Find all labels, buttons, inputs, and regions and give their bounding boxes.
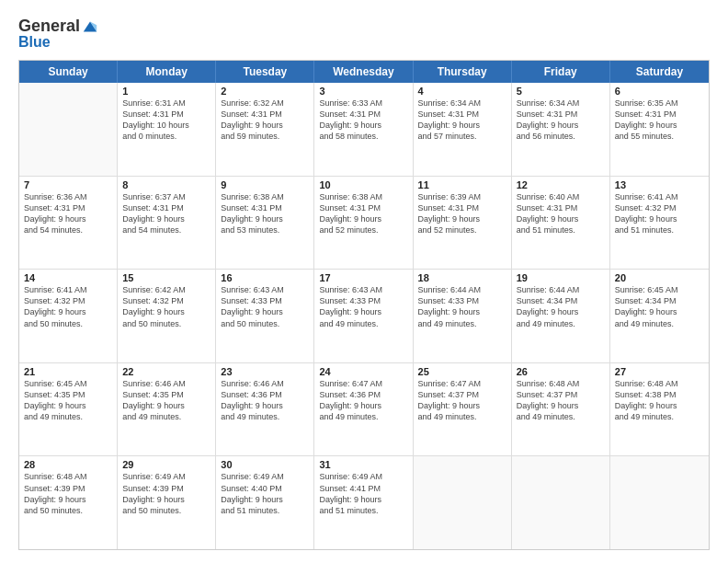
cell-line: Daylight: 9 hours: [122, 306, 210, 317]
cell-line: Sunrise: 6:39 AM: [418, 191, 506, 202]
day-number: 29: [122, 459, 210, 470]
cell-line: Sunset: 4:31 PM: [122, 109, 210, 120]
cell-line: Sunset: 4:34 PM: [615, 295, 704, 306]
day-number: 13: [615, 179, 704, 190]
cell-line: Daylight: 9 hours: [418, 213, 506, 224]
cell-line: Sunrise: 6:45 AM: [24, 378, 112, 389]
cell-line: Daylight: 9 hours: [221, 494, 309, 505]
cell-line: Sunrise: 6:45 AM: [615, 284, 704, 295]
cell-line: and 54 minutes.: [24, 224, 112, 236]
day-number: 21: [24, 366, 112, 377]
cell-line: and 49 minutes.: [122, 411, 210, 422]
calendar-cell-0-1: 1Sunrise: 6:31 AMSunset: 4:31 PMDaylight…: [118, 83, 216, 176]
cell-line: Sunrise: 6:49 AM: [221, 471, 309, 482]
cell-line: and 49 minutes.: [418, 411, 506, 422]
calendar-cell-2-0: 14Sunrise: 6:41 AMSunset: 4:32 PMDayligh…: [19, 270, 118, 362]
cell-line: Sunrise: 6:31 AM: [122, 98, 210, 109]
day-number: 9: [221, 179, 309, 190]
cell-line: and 49 minutes.: [319, 318, 407, 329]
cell-line: Sunrise: 6:49 AM: [122, 471, 210, 482]
cell-line: Sunrise: 6:35 AM: [615, 98, 704, 109]
cell-line: Sunset: 4:33 PM: [319, 295, 407, 306]
cell-line: and 50 minutes.: [122, 505, 210, 516]
cell-line: Sunset: 4:36 PM: [221, 389, 309, 400]
calendar-cell-0-5: 5Sunrise: 6:34 AMSunset: 4:31 PMDaylight…: [512, 83, 610, 176]
day-number: 2: [221, 86, 309, 97]
calendar-cell-1-0: 7Sunrise: 6:36 AMSunset: 4:31 PMDaylight…: [19, 177, 118, 270]
cell-line: Daylight: 9 hours: [615, 400, 704, 411]
cell-line: and 51 minutes.: [615, 224, 704, 236]
cell-line: Sunrise: 6:40 AM: [517, 191, 605, 202]
cell-line: Daylight: 9 hours: [418, 306, 506, 317]
cell-line: Sunrise: 6:43 AM: [319, 284, 407, 295]
calendar-row-1: 7Sunrise: 6:36 AMSunset: 4:31 PMDaylight…: [19, 177, 709, 270]
calendar-cell-2-1: 15Sunrise: 6:42 AMSunset: 4:32 PMDayligh…: [118, 270, 216, 362]
cell-line: Sunrise: 6:48 AM: [615, 378, 704, 389]
day-number: 8: [122, 179, 210, 190]
calendar-row-4: 28Sunrise: 6:48 AMSunset: 4:39 PMDayligh…: [19, 456, 709, 549]
cell-line: Daylight: 9 hours: [418, 120, 506, 131]
day-number: 12: [517, 179, 605, 190]
day-number: 16: [221, 272, 309, 283]
calendar-cell-0-3: 3Sunrise: 6:33 AMSunset: 4:31 PMDaylight…: [314, 83, 413, 176]
calendar-cell-0-4: 4Sunrise: 6:34 AMSunset: 4:31 PMDaylight…: [414, 83, 512, 176]
page-header: General Blue: [18, 17, 710, 51]
cell-line: Daylight: 9 hours: [24, 400, 112, 411]
day-number: 5: [517, 86, 605, 97]
calendar-row-0: 1Sunrise: 6:31 AMSunset: 4:31 PMDaylight…: [19, 83, 709, 177]
calendar-cell-1-4: 11Sunrise: 6:39 AMSunset: 4:31 PMDayligh…: [414, 177, 512, 270]
calendar-header: SundayMondayTuesdayWednesdayThursdayFrid…: [19, 61, 709, 83]
cell-line: and 54 minutes.: [122, 224, 210, 236]
header-day-tuesday: Tuesday: [216, 61, 314, 83]
cell-line: Sunrise: 6:41 AM: [615, 191, 704, 202]
cell-line: and 49 minutes.: [517, 318, 605, 329]
cell-line: Sunrise: 6:34 AM: [418, 98, 506, 109]
day-number: 4: [418, 86, 506, 97]
cell-line: Sunrise: 6:41 AM: [24, 284, 112, 295]
cell-line: Sunrise: 6:46 AM: [221, 378, 309, 389]
cell-line: and 49 minutes.: [418, 318, 506, 329]
cell-line: and 52 minutes.: [319, 224, 407, 236]
calendar-cell-0-0: [19, 83, 118, 176]
calendar-cell-4-6: [610, 456, 709, 549]
calendar-cell-1-6: 13Sunrise: 6:41 AMSunset: 4:32 PMDayligh…: [610, 177, 709, 270]
day-number: 1: [122, 86, 210, 97]
cell-line: Sunrise: 6:44 AM: [418, 284, 506, 295]
cell-line: and 50 minutes.: [122, 318, 210, 329]
cell-line: Daylight: 9 hours: [517, 120, 605, 131]
cell-line: Sunset: 4:31 PM: [517, 109, 605, 120]
day-number: 22: [122, 366, 210, 377]
cell-line: Daylight: 9 hours: [615, 306, 704, 317]
cell-line: Sunset: 4:35 PM: [122, 389, 210, 400]
day-number: 31: [319, 459, 407, 470]
calendar-cell-4-2: 30Sunrise: 6:49 AMSunset: 4:40 PMDayligh…: [216, 456, 314, 549]
cell-line: Daylight: 9 hours: [319, 213, 407, 224]
cell-line: Sunset: 4:31 PM: [24, 202, 112, 213]
cell-line: and 58 minutes.: [319, 131, 407, 142]
calendar-cell-0-6: 6Sunrise: 6:35 AMSunset: 4:31 PMDaylight…: [610, 83, 709, 176]
cell-line: Sunset: 4:32 PM: [122, 295, 210, 306]
calendar-row-3: 21Sunrise: 6:45 AMSunset: 4:35 PMDayligh…: [19, 363, 709, 457]
cell-line: Sunrise: 6:32 AM: [221, 98, 309, 109]
cell-line: and 49 minutes.: [615, 318, 704, 329]
day-number: 18: [418, 272, 506, 283]
day-number: 25: [418, 366, 506, 377]
calendar-cell-3-5: 26Sunrise: 6:48 AMSunset: 4:37 PMDayligh…: [512, 363, 610, 456]
day-number: 6: [615, 86, 704, 97]
day-number: 11: [418, 179, 506, 190]
cell-line: Daylight: 9 hours: [221, 120, 309, 131]
cell-line: Sunrise: 6:38 AM: [221, 191, 309, 202]
cell-line: and 59 minutes.: [221, 131, 309, 142]
cell-line: and 0 minutes.: [122, 131, 210, 142]
cell-line: Sunrise: 6:44 AM: [517, 284, 605, 295]
calendar-cell-3-6: 27Sunrise: 6:48 AMSunset: 4:38 PMDayligh…: [610, 363, 709, 456]
cell-line: Sunset: 4:39 PM: [24, 483, 112, 494]
cell-line: and 51 minutes.: [517, 224, 605, 236]
cell-line: Sunset: 4:32 PM: [24, 295, 112, 306]
day-number: 26: [517, 366, 605, 377]
cell-line: Sunset: 4:40 PM: [221, 483, 309, 494]
cell-line: Sunset: 4:31 PM: [122, 202, 210, 213]
calendar-cell-2-5: 19Sunrise: 6:44 AMSunset: 4:34 PMDayligh…: [512, 270, 610, 362]
day-number: 19: [517, 272, 605, 283]
cell-line: Sunrise: 6:48 AM: [24, 471, 112, 482]
